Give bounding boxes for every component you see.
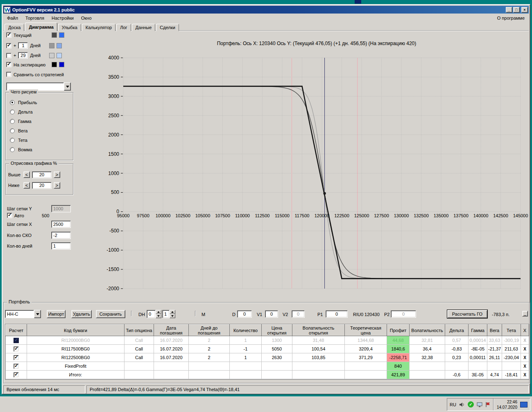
column-header-7[interactable]: Волатильность открытия: [292, 325, 345, 336]
plus1-color-swatch-2[interactable]: [57, 43, 62, 48]
minimize-button[interactable]: _: [506, 7, 512, 13]
dh-spinner-1-value[interactable]: 0: [147, 310, 156, 318]
tray-clock[interactable]: 22:46 14.07.2020: [497, 399, 517, 410]
spin-down-icon[interactable]: [170, 314, 175, 318]
calc-margin-button[interactable]: Рассчитать ГО: [447, 310, 487, 318]
column-header-13[interactable]: Вега: [487, 325, 502, 336]
antivirus-check-icon[interactable]: ✓: [468, 401, 474, 407]
p2-field[interactable]: 0: [391, 310, 416, 318]
column-header-12[interactable]: Гамма: [469, 325, 487, 336]
plus29-days-input[interactable]: 29: [18, 52, 28, 59]
tab-Данные[interactable]: Данные: [132, 24, 156, 31]
payoff-chart[interactable]: -2000-1500-1000-500050010001500200025003…: [104, 54, 530, 294]
below-increment-button[interactable]: >: [54, 182, 60, 189]
tab-Диаграмма[interactable]: Диаграмма: [25, 23, 57, 31]
radio-icon[interactable]: [10, 128, 15, 133]
expiration-color-swatch-2[interactable]: [59, 62, 64, 67]
tab-Доска[interactable]: Доска: [5, 24, 24, 31]
taskbar[interactable]: RU ✓ 22:46 14.07.2020: [0, 396, 532, 412]
tab-Сделки[interactable]: Сделки: [156, 24, 179, 31]
dh-checkbox[interactable]: [131, 311, 132, 316]
language-indicator[interactable]: RU: [450, 402, 456, 407]
column-header-14[interactable]: Тета: [502, 325, 521, 336]
row-calc-checkbox[interactable]: [14, 364, 19, 369]
column-header-0[interactable]: Расчет: [6, 325, 27, 336]
row-delete-button[interactable]: X: [521, 336, 529, 345]
above-value-field[interactable]: 20: [32, 171, 52, 178]
menu-item-Окно[interactable]: Окно: [77, 14, 95, 22]
current-color-swatch-2[interactable]: [59, 32, 64, 38]
menu-item-Настройки[interactable]: Настройки: [48, 14, 77, 22]
below-decrement-button[interactable]: <: [23, 182, 30, 189]
tab-Калькулятор[interactable]: Калькулятор: [82, 24, 115, 31]
monitor-icon[interactable]: [477, 402, 482, 407]
dh-spinner-1[interactable]: 0: [147, 310, 161, 318]
menu-item-Торговля[interactable]: Торговля: [22, 14, 48, 22]
about-menu-item[interactable]: О программе: [497, 16, 529, 20]
plus1-color-swatch-1[interactable]: [49, 43, 54, 48]
column-header-5[interactable]: Количество: [230, 325, 262, 336]
auto-checkbox[interactable]: [7, 213, 12, 218]
plus1-days-input[interactable]: 1: [18, 42, 28, 49]
column-header-15[interactable]: X: [521, 325, 529, 336]
delete-button[interactable]: Удалить: [71, 310, 92, 318]
radio-icon[interactable]: [10, 119, 15, 124]
p1-field[interactable]: 0: [326, 310, 348, 318]
column-header-9[interactable]: Профит: [387, 325, 410, 336]
row-calc-checkbox[interactable]: [14, 338, 19, 343]
network-tray-icon[interactable]: [520, 402, 527, 407]
row-delete-button[interactable]: X: [521, 362, 529, 371]
current-color-swatch-1[interactable]: [52, 32, 57, 38]
import-button[interactable]: Импорт: [47, 310, 66, 318]
plus1-checkbox[interactable]: [6, 43, 11, 48]
column-header-11[interactable]: Дельта: [445, 325, 469, 336]
portfolio-combobox[interactable]: НН-С: [5, 310, 41, 318]
grid-step-x-field[interactable]: 2500: [51, 221, 71, 228]
sko-count-field[interactable]: -2: [51, 232, 71, 239]
plus29-color-swatch-2[interactable]: [57, 53, 62, 58]
plus29-checkbox[interactable]: [6, 53, 11, 58]
row-delete-button[interactable]: X: [521, 371, 529, 379]
d-field[interactable]: 0: [237, 310, 252, 318]
above-decrement-button[interactable]: <: [23, 171, 30, 178]
row-calc-checkbox[interactable]: [14, 355, 19, 360]
above-increment-button[interactable]: >: [54, 171, 60, 178]
column-header-10[interactable]: Волатильность: [410, 325, 445, 336]
plus29-color-swatch-1[interactable]: [49, 53, 54, 58]
v2-field[interactable]: 0: [292, 310, 305, 318]
draw-option-Прибыль[interactable]: Прибыль: [6, 98, 73, 107]
spin-up-icon[interactable]: [156, 310, 161, 314]
compare-checkbox[interactable]: [6, 72, 11, 77]
speaker-icon[interactable]: [459, 402, 465, 407]
radio-icon[interactable]: [10, 109, 15, 114]
radio-icon[interactable]: [10, 147, 15, 152]
dh-spinner-2-value[interactable]: 1: [162, 310, 170, 318]
strategy-combobox-arrow[interactable]: [64, 82, 71, 91]
radio-icon[interactable]: [10, 100, 15, 105]
v1-field[interactable]: 0: [265, 310, 278, 318]
save-button[interactable]: Сохранить: [96, 310, 125, 318]
row-calc-checkbox[interactable]: [14, 372, 19, 378]
draw-option-Гамма[interactable]: Гамма: [6, 116, 73, 126]
tab-Улыбка[interactable]: Улыбка: [58, 24, 81, 31]
close-button[interactable]: ×: [521, 7, 528, 13]
draw-option-Вега[interactable]: Вега: [6, 126, 73, 135]
below-value-field[interactable]: 20: [32, 182, 52, 189]
draw-option-Вомма[interactable]: Вомма: [6, 145, 73, 154]
row-delete-button[interactable]: X: [521, 345, 529, 353]
dh-spinner-2[interactable]: 1: [162, 310, 175, 318]
panel-collapse-button[interactable]: _: [522, 311, 528, 316]
spin-down-icon[interactable]: [156, 314, 161, 318]
expiration-color-swatch-1[interactable]: [52, 62, 57, 67]
column-header-2[interactable]: Тип опциона: [125, 325, 154, 336]
m-checkbox[interactable]: [195, 311, 196, 316]
draw-option-Тета[interactable]: Тета: [6, 135, 73, 145]
current-checkbox[interactable]: [6, 32, 11, 38]
days-count-field[interactable]: 1: [51, 242, 71, 250]
flag-icon[interactable]: [485, 402, 490, 407]
column-header-3[interactable]: Дата погашения: [154, 325, 189, 336]
portfolio-combobox-arrow[interactable]: [34, 310, 41, 318]
radio-icon[interactable]: [10, 138, 15, 143]
row-calc-checkbox[interactable]: [14, 346, 19, 352]
column-header-4[interactable]: Дней до погашения: [189, 325, 230, 336]
